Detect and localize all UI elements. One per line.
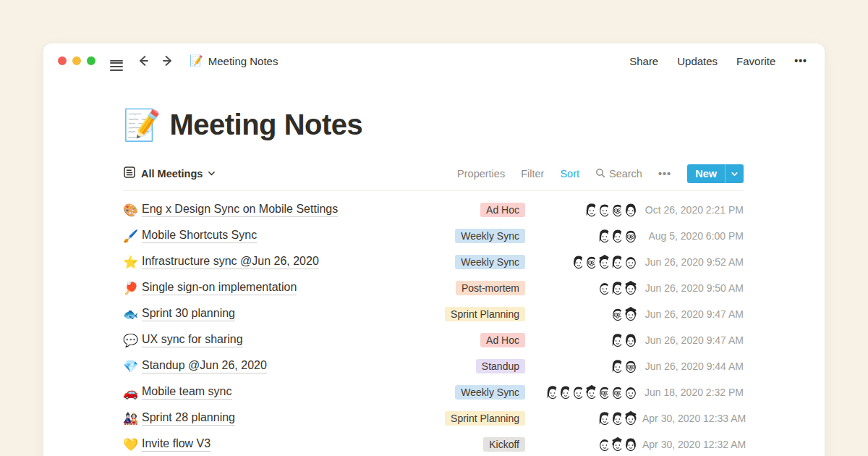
table-row[interactable]: 🎨Eng x Design Sync on Mobile SettingsAd … [123,197,744,223]
new-chevron-down-icon[interactable] [726,164,744,183]
attendee-avatar [622,332,639,349]
filter-button[interactable]: Filter [521,168,544,180]
last-edited-time: Jun 26, 2020 9:50 AM [642,282,744,294]
view-name: All Meetings [141,168,203,180]
favorite-button[interactable]: Favorite [736,55,775,67]
last-edited-time: Jun 26, 2020 9:47 AM [642,334,744,346]
attendee-avatar [622,253,639,271]
meeting-type-tag: Standup [476,359,525,373]
attendee-avatar [622,305,639,323]
attendee-avatar-group [532,227,642,245]
page-title-link[interactable]: Infrastructure sync @Jun 26, 2020 [142,255,319,269]
chevron-down-icon [208,167,216,180]
toolbar-more-icon[interactable]: ••• [658,168,671,180]
page-title[interactable]: Meeting Notes [169,109,362,141]
last-edited-time: Apr 30, 2020 12:32 AM [642,439,744,450]
meeting-type-tag: Weekly Sync [455,255,525,269]
last-edited-time: Jun 18, 2020 2:32 PM [642,387,744,398]
database-toolbar: All Meetings Properties Filter Sort Sear… [123,164,744,191]
attendee-avatar [622,227,639,245]
close-window-button[interactable] [58,56,67,65]
meeting-type-tag: Weekly Sync [455,229,525,243]
page-emoji-icon: 🖌️ [123,229,142,244]
page-header: 📝 Meeting Notes [123,107,744,143]
page-emoji-icon: 💎 [123,359,142,374]
sort-button[interactable]: Sort [560,168,579,180]
notion-window: 📝 Meeting Notes Share Updates Favorite •… [43,43,825,456]
meeting-list: 🎨Eng x Design Sync on Mobile SettingsAd … [123,197,744,456]
page-title-link[interactable]: Sprint 30 planning [142,307,235,321]
back-arrow-icon[interactable] [135,52,152,69]
attendee-avatar-group [532,384,642,401]
page-emoji-icon: 🎎 [123,411,142,426]
meeting-type-tag: Ad Hoc [480,203,525,217]
attendee-avatar [622,358,639,375]
window-titlebar: 📝 Meeting Notes Share Updates Favorite •… [43,43,825,78]
page-title-link[interactable]: UX sync for sharing [142,333,243,347]
zoom-window-button[interactable] [87,56,95,65]
attendee-avatar [622,279,639,297]
page-title-link[interactable]: Mobile team sync [142,385,232,400]
page-emoji-icon: 💬 [123,333,142,348]
page-title-link[interactable]: Invite flow V3 [142,437,210,452]
share-button[interactable]: Share [629,55,658,67]
updates-button[interactable]: Updates [677,55,718,67]
breadcrumb-doc-title[interactable]: Meeting Notes [208,55,278,67]
last-edited-time: Jun 26, 2020 9:44 AM [642,360,744,372]
meeting-type-tag: Sprint Planning [445,411,525,426]
last-edited-time: Oct 26, 2020 2:21 PM [642,204,744,216]
meeting-type-tag: Sprint Planning [445,307,525,321]
attendee-avatar [622,436,639,453]
attendee-avatar [622,201,639,219]
table-row[interactable]: 🎎Sprint 28 planningSprint PlanningApr 30… [123,405,744,431]
minimize-window-button[interactable] [72,56,81,65]
memo-emoji-icon: 📝 [190,54,203,67]
page-emoji-icon: 🏓 [123,281,142,296]
meeting-type-tag: Kickoff [483,437,525,452]
new-button-group: New [687,164,744,183]
forward-arrow-icon[interactable] [159,52,176,69]
last-edited-time: Jun 26, 2020 9:47 AM [642,308,744,320]
traffic-lights [58,56,95,65]
attendee-avatar-group [532,358,642,375]
page-emoji-icon: 🚗 [123,385,142,400]
table-row[interactable]: 🖌️Mobile Shortcuts SyncWeekly SyncAug 5,… [123,223,744,249]
table-row[interactable]: 🐟Sprint 30 planningSprint PlanningJun 26… [123,301,744,327]
last-edited-time: Apr 30, 2020 12:33 AM [642,413,744,424]
page-title-link[interactable]: Standup @Jun 26, 2020 [142,359,267,373]
search-button[interactable]: Search [595,168,642,180]
attendee-avatar [622,410,639,427]
search-icon [595,168,605,180]
meeting-type-tag: Weekly Sync [455,385,525,400]
meeting-type-tag: Ad Hoc [480,333,525,347]
table-row[interactable]: 💎Standup @Jun 26, 2020StandupJun 26, 202… [123,353,744,379]
attendee-avatar-group [532,201,642,219]
new-button[interactable]: New [687,164,725,183]
page-title-link[interactable]: Single sign-on implementation [142,281,297,295]
page-memo-emoji-icon[interactable]: 📝 [123,107,161,143]
page-title-link[interactable]: Mobile Shortcuts Sync [142,229,257,243]
attendee-avatar-group [532,253,642,271]
table-row[interactable]: ⭐Infrastructure sync @Jun 26, 2020Weekly… [123,249,744,275]
view-switcher[interactable]: All Meetings [123,166,216,182]
attendee-avatar-group [532,436,642,453]
table-row[interactable]: 🏓Single sign-on implementationPost-morte… [123,275,744,301]
table-row[interactable]: 💬UX sync for sharingAd HocJun 26, 2020 9… [123,327,744,353]
last-edited-time: Aug 5, 2020 6:00 PM [642,230,744,242]
attendee-avatar [622,384,639,401]
page-title-link[interactable]: Eng x Design Sync on Mobile Settings [142,203,338,217]
list-view-icon [123,166,136,182]
properties-button[interactable]: Properties [457,168,505,180]
page-emoji-icon: 🎨 [123,203,142,218]
page-title-link[interactable]: Sprint 28 planning [142,411,235,426]
search-label: Search [609,168,642,180]
meeting-type-tag: Post-mortem [456,281,525,295]
table-row[interactable]: 🚗Mobile team syncWeekly SyncJun 18, 2020… [123,379,744,405]
last-edited-time: Jun 26, 2020 9:52 AM [642,256,744,268]
sidebar-menu-icon[interactable] [109,56,124,65]
attendee-avatar-group [532,410,642,427]
attendee-avatar-group [532,305,642,323]
more-options-icon[interactable]: ••• [794,55,807,67]
page-emoji-icon: 🐟 [123,307,142,322]
table-row[interactable]: 💛Invite flow V3KickoffApr 30, 2020 12:32… [123,431,744,456]
